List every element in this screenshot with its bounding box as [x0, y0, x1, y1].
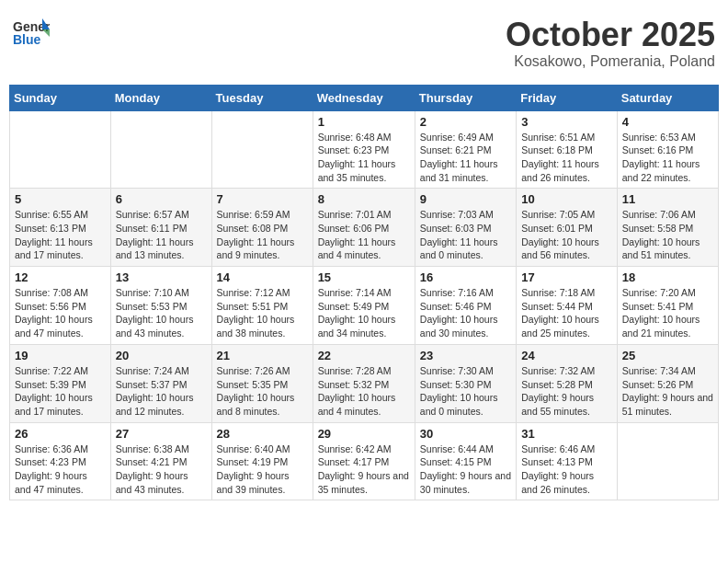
calendar-day-cell: 2Sunrise: 6:49 AMSunset: 6:21 PMDaylight… [415, 110, 516, 189]
calendar-day-cell: 4Sunrise: 6:53 AMSunset: 6:16 PMDaylight… [617, 110, 718, 189]
day-detail: Sunrise: 7:18 AMSunset: 5:44 PMDaylight:… [521, 286, 612, 340]
calendar-day-cell: 15Sunrise: 7:14 AMSunset: 5:49 PMDayligh… [313, 267, 415, 345]
calendar-day-cell: 3Sunrise: 6:51 AMSunset: 6:18 PMDaylight… [517, 110, 618, 189]
day-number: 18 [622, 270, 713, 284]
calendar-week-row: 19Sunrise: 7:22 AMSunset: 5:39 PMDayligh… [10, 344, 719, 422]
day-detail: Sunrise: 7:22 AMSunset: 5:39 PMDaylight:… [15, 364, 106, 419]
day-detail: Sunrise: 6:49 AMSunset: 6:21 PMDaylight:… [420, 131, 511, 185]
calendar-day-cell: 22Sunrise: 7:28 AMSunset: 5:32 PMDayligh… [313, 344, 415, 422]
day-number: 27 [116, 427, 207, 441]
day-detail: Sunrise: 6:48 AMSunset: 6:23 PMDaylight:… [318, 131, 410, 185]
day-detail: Sunrise: 6:42 AMSunset: 4:17 PMDaylight:… [318, 442, 410, 497]
day-number: 1 [318, 115, 410, 129]
day-number: 9 [420, 192, 511, 206]
day-detail: Sunrise: 6:46 AMSunset: 4:13 PMDaylight:… [521, 442, 612, 497]
day-detail: Sunrise: 7:03 AMSunset: 6:03 PMDaylight:… [420, 208, 511, 262]
day-number: 6 [116, 192, 207, 206]
calendar-week-row: 12Sunrise: 7:08 AMSunset: 5:56 PMDayligh… [10, 267, 719, 345]
day-number: 20 [116, 349, 207, 362]
day-number: 23 [420, 349, 511, 362]
calendar-day-cell: 24Sunrise: 7:32 AMSunset: 5:28 PMDayligh… [517, 344, 618, 422]
day-number: 28 [217, 427, 308, 441]
day-number: 22 [318, 349, 410, 362]
day-number: 30 [420, 427, 511, 441]
day-detail: Sunrise: 7:24 AMSunset: 5:37 PMDaylight:… [116, 364, 207, 419]
calendar-day-cell: 29Sunrise: 6:42 AMSunset: 4:17 PMDayligh… [313, 422, 415, 500]
calendar-empty-cell [211, 110, 313, 189]
weekday-header-sunday: Sunday [10, 85, 111, 110]
calendar-day-cell: 13Sunrise: 7:10 AMSunset: 5:53 PMDayligh… [110, 267, 211, 345]
day-number: 11 [622, 192, 713, 206]
logo: General Blue [13, 17, 50, 55]
calendar-day-cell: 20Sunrise: 7:24 AMSunset: 5:37 PMDayligh… [110, 344, 211, 422]
day-detail: Sunrise: 7:01 AMSunset: 6:06 PMDaylight:… [318, 208, 410, 262]
day-number: 7 [217, 192, 308, 206]
day-detail: Sunrise: 6:38 AMSunset: 4:21 PMDaylight:… [116, 442, 207, 497]
day-detail: Sunrise: 7:05 AMSunset: 6:01 PMDaylight:… [521, 208, 612, 262]
day-detail: Sunrise: 6:51 AMSunset: 6:18 PMDaylight:… [521, 131, 612, 185]
day-number: 24 [521, 349, 612, 362]
day-number: 17 [521, 270, 612, 284]
calendar-week-row: 26Sunrise: 6:36 AMSunset: 4:23 PMDayligh… [10, 422, 719, 500]
calendar-day-cell: 17Sunrise: 7:18 AMSunset: 5:44 PMDayligh… [517, 267, 618, 345]
weekday-header-row: SundayMondayTuesdayWednesdayThursdayFrid… [10, 85, 719, 110]
calendar-day-cell: 16Sunrise: 7:16 AMSunset: 5:46 PMDayligh… [415, 267, 516, 345]
day-number: 13 [116, 270, 207, 284]
day-number: 25 [622, 349, 713, 362]
calendar-week-row: 5Sunrise: 6:55 AMSunset: 6:13 PMDaylight… [10, 189, 719, 267]
calendar-day-cell: 23Sunrise: 7:30 AMSunset: 5:30 PMDayligh… [415, 344, 516, 422]
day-detail: Sunrise: 6:36 AMSunset: 4:23 PMDaylight:… [15, 442, 106, 497]
month-title: October 2025 [506, 17, 715, 53]
day-number: 2 [420, 115, 511, 129]
weekday-header-tuesday: Tuesday [211, 85, 313, 110]
day-detail: Sunrise: 7:28 AMSunset: 5:32 PMDaylight:… [318, 364, 410, 419]
day-number: 5 [15, 192, 106, 206]
day-number: 12 [15, 270, 106, 284]
calendar-day-cell: 5Sunrise: 6:55 AMSunset: 6:13 PMDaylight… [10, 189, 111, 267]
day-detail: Sunrise: 6:59 AMSunset: 6:08 PMDaylight:… [217, 208, 308, 262]
day-detail: Sunrise: 7:16 AMSunset: 5:46 PMDaylight:… [420, 286, 511, 340]
calendar-day-cell: 26Sunrise: 6:36 AMSunset: 4:23 PMDayligh… [10, 422, 111, 500]
location-title: Kosakowo, Pomerania, Poland [506, 53, 715, 70]
calendar-day-cell: 11Sunrise: 7:06 AMSunset: 5:58 PMDayligh… [617, 189, 718, 267]
day-detail: Sunrise: 7:12 AMSunset: 5:51 PMDaylight:… [217, 286, 308, 340]
svg-text:Blue: Blue [13, 32, 41, 47]
day-detail: Sunrise: 6:44 AMSunset: 4:15 PMDaylight:… [420, 442, 511, 497]
day-detail: Sunrise: 6:53 AMSunset: 6:16 PMDaylight:… [622, 131, 713, 185]
day-number: 4 [622, 115, 713, 129]
calendar-day-cell: 19Sunrise: 7:22 AMSunset: 5:39 PMDayligh… [10, 344, 111, 422]
day-detail: Sunrise: 7:08 AMSunset: 5:56 PMDaylight:… [15, 286, 106, 340]
day-detail: Sunrise: 7:30 AMSunset: 5:30 PMDaylight:… [420, 364, 511, 419]
calendar-day-cell: 7Sunrise: 6:59 AMSunset: 6:08 PMDaylight… [211, 189, 313, 267]
day-detail: Sunrise: 7:14 AMSunset: 5:49 PMDaylight:… [318, 286, 410, 340]
day-detail: Sunrise: 7:10 AMSunset: 5:53 PMDaylight:… [116, 286, 207, 340]
calendar-empty-cell [10, 110, 111, 189]
logo-mark: General Blue [13, 17, 50, 55]
day-number: 26 [15, 427, 106, 441]
calendar-day-cell: 31Sunrise: 6:46 AMSunset: 4:13 PMDayligh… [517, 422, 618, 500]
calendar-day-cell: 1Sunrise: 6:48 AMSunset: 6:23 PMDaylight… [313, 110, 415, 189]
calendar-day-cell: 12Sunrise: 7:08 AMSunset: 5:56 PMDayligh… [10, 267, 111, 345]
day-detail: Sunrise: 6:40 AMSunset: 4:19 PMDaylight:… [217, 442, 308, 497]
day-number: 3 [521, 115, 612, 129]
title-area: October 2025 Kosakowo, Pomerania, Poland [506, 17, 715, 70]
day-detail: Sunrise: 7:26 AMSunset: 5:35 PMDaylight:… [217, 364, 308, 419]
calendar-day-cell: 18Sunrise: 7:20 AMSunset: 5:41 PMDayligh… [617, 267, 718, 345]
day-number: 21 [217, 349, 308, 362]
day-number: 19 [15, 349, 106, 362]
day-detail: Sunrise: 7:20 AMSunset: 5:41 PMDaylight:… [622, 286, 713, 340]
day-number: 10 [521, 192, 612, 206]
calendar-day-cell: 10Sunrise: 7:05 AMSunset: 6:01 PMDayligh… [517, 189, 618, 267]
calendar-empty-cell [110, 110, 211, 189]
day-detail: Sunrise: 6:57 AMSunset: 6:11 PMDaylight:… [116, 208, 207, 262]
calendar-day-cell: 30Sunrise: 6:44 AMSunset: 4:15 PMDayligh… [415, 422, 516, 500]
calendar-day-cell: 28Sunrise: 6:40 AMSunset: 4:19 PMDayligh… [211, 422, 313, 500]
calendar-day-cell: 8Sunrise: 7:01 AMSunset: 6:06 PMDaylight… [313, 189, 415, 267]
day-number: 15 [318, 270, 410, 284]
day-number: 8 [318, 192, 410, 206]
calendar-day-cell: 25Sunrise: 7:34 AMSunset: 5:26 PMDayligh… [617, 344, 718, 422]
day-detail: Sunrise: 6:55 AMSunset: 6:13 PMDaylight:… [15, 208, 106, 262]
day-number: 31 [521, 427, 612, 441]
calendar-day-cell: 6Sunrise: 6:57 AMSunset: 6:11 PMDaylight… [110, 189, 211, 267]
calendar-day-cell: 21Sunrise: 7:26 AMSunset: 5:35 PMDayligh… [211, 344, 313, 422]
